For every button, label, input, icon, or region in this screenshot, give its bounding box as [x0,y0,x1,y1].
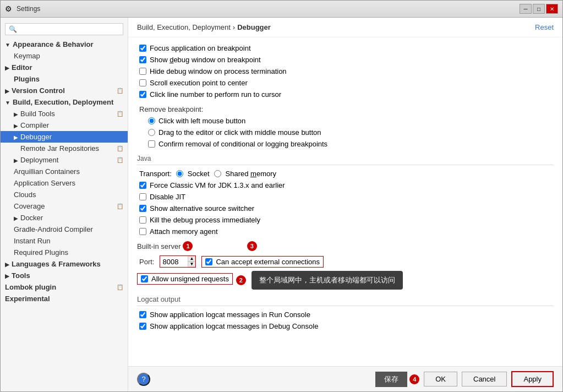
sidebar-item-coverage[interactable]: Coverage 📋 [1,200,128,212]
port-row: Port: ▲ ▼ Can accept external connection… [137,255,554,268]
sidebar-item-app-servers[interactable]: Application Servers [1,177,128,189]
apply-button[interactable]: Apply [511,371,554,387]
sidebar-item-build-execution[interactable]: ▼Build, Execution, Deployment [1,96,128,108]
rb-drag-radio[interactable] [148,129,155,136]
sidebar-item-debugger[interactable]: ▶Debugger [1,131,128,143]
rb-drag-row: Drag to the editor or click with middle … [146,128,554,137]
show-alt-checkbox[interactable] [139,205,146,212]
kill-debug-checkbox[interactable] [139,216,146,224]
search-box [1,20,128,39]
sidebar-item-build-tools[interactable]: ▶Build Tools 📋 [1,108,128,119]
transport-socket-radio[interactable] [176,170,183,177]
transport-shared-radio[interactable] [214,170,221,177]
remove-breakpoint-label: Remove breakpoint: [137,105,554,113]
close-button[interactable]: ✕ [546,4,558,14]
sidebar-item-arquillian[interactable]: Arquillian Containers [1,166,128,177]
lombok-icon: 📋 [117,284,123,290]
port-up-button[interactable]: ▲ [188,256,195,262]
main-content: Focus application on breakpoint Show deb… [128,37,562,366]
sidebar-item-lombok[interactable]: Lombok plugin 📋 [1,281,128,293]
badge-1: 1 [183,241,193,251]
title-bar: ⚙ Settings ─ □ ✕ [1,1,562,18]
ok-button[interactable]: OK [424,372,457,386]
port-spinner: ▲ ▼ [188,256,195,267]
allow-unsigned-row: Allow unsigned requests [137,273,233,285]
rb-left-click-radio[interactable] [148,117,155,124]
window-controls: ─ □ ✕ [520,4,558,14]
minimize-button[interactable]: ─ [520,4,532,14]
sidebar-item-required-plugins[interactable]: Required Plugins [1,247,128,258]
attach-mem-checkbox[interactable] [139,228,146,235]
can-accept-label: Can accept external connections [216,258,320,266]
can-accept-checkbox[interactable] [205,258,212,265]
window-icon: ⚙ [5,4,12,13]
click-line-checkbox[interactable] [139,91,146,98]
show-alt-label: Show alternative source switcher [150,204,254,213]
build-tools-icon: 📋 [117,111,123,117]
click-line-row: Click line number to perform run to curs… [137,90,554,99]
maximize-button[interactable]: □ [533,4,545,14]
remove-breakpoint-section: Remove breakpoint: Click with left mouse… [137,105,554,148]
logcat-debug-label: Show application logcat messages in Debu… [150,322,318,330]
focus-app-checkbox[interactable] [139,45,146,52]
breadcrumb-separator: › [233,23,235,31]
sidebar-item-clouds[interactable]: Clouds [1,189,128,200]
sidebar-item-gradle-android[interactable]: Gradle-Android Compiler [1,224,128,235]
disable-jit-checkbox[interactable] [139,193,146,200]
logcat-section: Logcat output Show application logcat me… [137,295,554,330]
sidebar-item-remote-jar[interactable]: Remote Jar Repositories 📋 [1,143,128,154]
allow-unsigned-checkbox[interactable] [141,275,148,282]
confirm-removal-row: Confirm removal of conditional or loggin… [146,140,554,148]
content-area: ▼Appearance & Behavior Keymap ▶Editor Pl… [1,18,562,391]
force-classic-row: Force Classic VM for JDK 1.3.x and earli… [137,181,554,189]
sidebar-item-instant-run[interactable]: Instant Run [1,235,128,247]
sidebar-item-languages[interactable]: ▶Languages & Frameworks [1,258,128,270]
can-accept-row: Can accept external connections [201,256,324,268]
scroll-exec-checkbox[interactable] [139,79,146,86]
hide-debug-window-row: Hide debug window on process termination [137,67,554,75]
logcat-run-checkbox[interactable] [139,311,146,318]
sidebar-item-deployment[interactable]: ▶Deployment 📋 [1,154,128,166]
sidebar-item-version-control[interactable]: ▶Version Control 📋 [1,85,128,96]
attach-mem-row: Attach memory agent [137,227,554,236]
cancel-button[interactable]: Cancel [462,372,507,386]
help-button[interactable]: ? [137,373,150,386]
confirm-removal-checkbox[interactable] [148,140,155,148]
save-group: 保存 4 [375,372,419,387]
main-panel: Build, Execution, Deployment › Debugger … [128,18,562,391]
search-input[interactable] [5,23,123,35]
port-input[interactable] [160,257,188,267]
reset-button[interactable]: Reset [535,23,554,31]
scroll-exec-row: Scroll execution point to center [137,79,554,87]
hide-debug-window-label: Hide debug window on process termination [150,67,287,75]
sidebar-item-experimental[interactable]: Experimental [1,293,128,304]
force-classic-checkbox[interactable] [139,182,146,189]
sidebar-item-appearance[interactable]: ▼Appearance & Behavior [1,39,128,50]
save-button[interactable]: 保存 [375,372,407,387]
sidebar-item-tools[interactable]: ▶Tools [1,270,128,281]
confirm-removal-label: Confirm removal of conditional or loggin… [158,140,327,148]
logcat-run-row: Show application logcat messages in Run … [137,311,554,319]
attach-mem-label: Attach memory agent [150,227,218,236]
badge-2: 2 [236,275,246,285]
sidebar-item-compiler[interactable]: ▶Compiler [1,119,128,131]
logcat-run-label: Show application logcat messages in Run … [150,311,310,319]
version-control-icon: 📋 [117,88,123,94]
click-line-label: Click line number to perform run to curs… [150,90,281,99]
focus-app-label: Focus application on breakpoint [150,44,251,52]
port-label: Port: [139,258,154,266]
sidebar-item-docker[interactable]: ▶Docker [1,212,128,224]
sidebar-item-keymap[interactable]: Keymap [1,50,128,62]
remove-breakpoint-options: Click with left mouse button Drag to the… [137,117,554,148]
builtin-server-section: Built-in server 1 3 Port: ▲ [137,241,554,290]
remote-jar-icon: 📋 [117,145,123,151]
logcat-debug-checkbox[interactable] [139,323,146,330]
tooltip-text: 整个局域网中，主机或者移动端都可以访问 [259,276,395,284]
sidebar-item-plugins[interactable]: Plugins [1,73,128,85]
tooltip-box: 整个局域网中，主机或者移动端都可以访问 [252,271,403,290]
show-debug-window-checkbox[interactable] [139,56,146,63]
port-down-button[interactable]: ▼ [188,262,195,267]
rb-left-click-label: Click with left mouse button [158,117,245,125]
hide-debug-window-checkbox[interactable] [139,68,146,75]
sidebar-item-editor[interactable]: ▶Editor [1,62,128,73]
